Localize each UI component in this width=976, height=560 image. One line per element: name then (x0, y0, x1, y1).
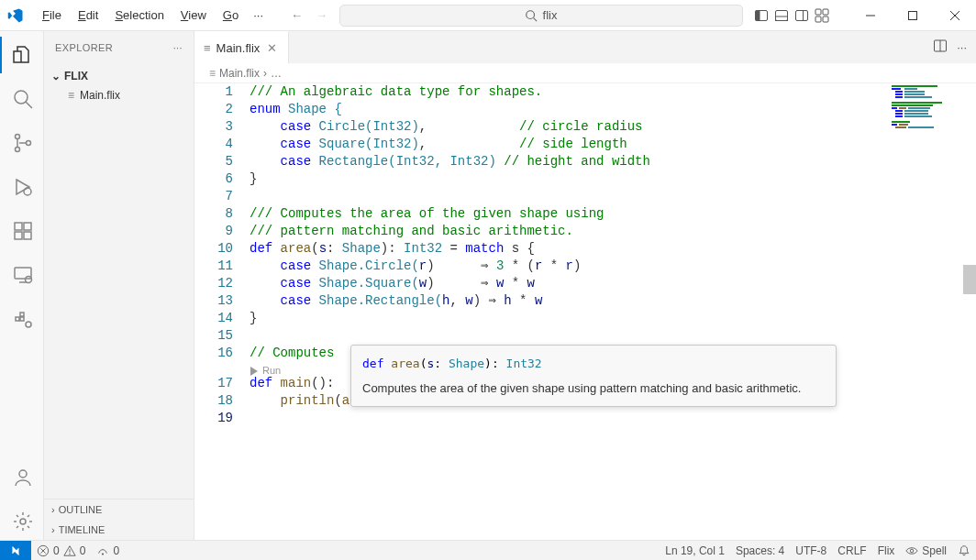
activity-run-debug[interactable] (0, 169, 44, 205)
activity-source-control[interactable] (0, 125, 44, 161)
status-encoding[interactable]: UTF-8 (790, 544, 832, 557)
svg-point-16 (15, 91, 28, 104)
timeline-label: TIMELINE (59, 524, 105, 535)
svg-rect-29 (20, 317, 24, 321)
activity-settings[interactable] (0, 503, 44, 540)
svg-point-0 (526, 10, 534, 18)
svg-point-27 (25, 277, 31, 283)
svg-rect-4 (776, 10, 788, 20)
file-tree-item[interactable]: ≡ Main.flix (44, 87, 194, 104)
status-lncol[interactable]: Ln 19, Col 1 (660, 544, 730, 557)
codelens-run-label: Run (262, 362, 281, 379)
svg-rect-11 (823, 16, 828, 22)
file-icon: ≡ (209, 67, 216, 80)
menu-go[interactable]: GoGo (216, 5, 246, 26)
command-center-search[interactable]: flix (339, 5, 743, 27)
file-icon: ≡ (204, 41, 211, 55)
hover-signature: def area(s: Shape): Int32 (362, 355, 825, 372)
status-eol[interactable]: CRLF (832, 544, 871, 557)
tab-label: Main.flix (216, 41, 261, 55)
menu-file[interactable]: FFileile (35, 5, 69, 26)
svg-point-32 (19, 470, 27, 478)
explorer-more-icon[interactable]: ··· (173, 42, 183, 53)
svg-point-21 (24, 188, 31, 195)
folder-root-label: FLIX (64, 70, 88, 82)
activity-search[interactable] (0, 81, 44, 117)
menu-selection[interactable]: SelectionSelection (107, 5, 171, 26)
svg-point-18 (15, 135, 19, 139)
breadcrumb-more: … (271, 67, 282, 80)
code-content[interactable]: /// An algebraic data type for shapes. e… (250, 83, 976, 540)
window-controls (849, 0, 976, 31)
status-ports[interactable]: 0 (91, 541, 125, 560)
activity-extensions[interactable] (0, 213, 44, 249)
codelens-run[interactable]: Run (250, 362, 281, 379)
activity-explorer[interactable] (0, 37, 44, 73)
window-maximize[interactable] (892, 0, 934, 31)
breadcrumb-sep: › (263, 67, 267, 80)
chevron-down-icon: ⌄ (51, 70, 61, 82)
activity-remote-explorer[interactable] (0, 257, 44, 293)
hover-doc: Computes the area of the given shape usi… (362, 379, 825, 397)
svg-rect-13 (909, 11, 917, 19)
status-problems[interactable]: 0 0 (31, 541, 91, 560)
status-errors-count: 0 (53, 544, 60, 557)
status-spell[interactable]: Spell (900, 544, 952, 557)
nav-forward-icon[interactable]: → (316, 8, 327, 22)
editor-tab[interactable]: ≡ Main.flix ✕ (194, 31, 289, 63)
customize-layout-icon[interactable] (815, 8, 829, 23)
svg-rect-22 (15, 223, 22, 230)
svg-rect-25 (24, 223, 31, 230)
window-minimize[interactable] (849, 0, 892, 31)
svg-rect-10 (815, 16, 821, 22)
timeline-section[interactable]: › TIMELINE (44, 520, 194, 540)
nav-back-icon[interactable]: ← (291, 8, 303, 22)
history-nav: ← → (291, 8, 327, 22)
play-icon (250, 367, 259, 376)
svg-point-31 (26, 322, 31, 327)
breadcrumb-file: Main.flix (219, 67, 260, 80)
toggle-primary-sidebar-icon[interactable] (754, 8, 769, 23)
tab-close-icon[interactable]: ✕ (265, 39, 279, 57)
status-bar: 0 0 0 Ln 19, Col 1 Spaces: 4 UTF-8 CRLF … (0, 540, 976, 560)
text-editor[interactable]: 12345678910111213141516 171819 /// An al… (194, 83, 976, 540)
title-bar: FFileile EditEdit SelectionSelection Vie… (0, 0, 976, 31)
status-spaces[interactable]: Spaces: 4 (730, 544, 790, 557)
line-gutter: 12345678910111213141516 171819 (194, 83, 250, 540)
status-notifications[interactable] (952, 544, 976, 557)
toggle-panel-icon[interactable] (774, 8, 789, 23)
editor-more-icon[interactable]: ··· (957, 40, 967, 54)
activity-accounts[interactable] (0, 459, 44, 496)
svg-line-17 (26, 102, 32, 108)
activity-bar (0, 31, 44, 540)
file-name: Main.flix (80, 89, 120, 102)
window-close[interactable] (934, 0, 976, 31)
menu-overflow[interactable]: ··· (248, 5, 269, 26)
search-icon (525, 9, 538, 22)
split-editor-icon[interactable] (933, 38, 948, 56)
status-ports-count: 0 (113, 544, 119, 557)
toggle-secondary-sidebar-icon[interactable] (794, 8, 809, 23)
activity-docker[interactable] (0, 301, 44, 337)
outline-section[interactable]: › OUTLINE (44, 500, 194, 520)
menu-view[interactable]: ViewView (173, 5, 214, 26)
svg-point-66 (102, 553, 104, 555)
svg-rect-28 (16, 317, 19, 321)
layout-controls (754, 8, 829, 23)
remote-indicator[interactable] (0, 541, 31, 560)
breadcrumbs[interactable]: ≡ Main.flix › … (194, 63, 976, 83)
menu-bar: FFileile EditEdit SelectionSelection Vie… (31, 5, 269, 26)
status-language[interactable]: Flix (872, 544, 901, 557)
svg-point-65 (69, 553, 70, 554)
scrollbar-thumb[interactable] (963, 265, 976, 294)
menu-edit[interactable]: EditEdit (71, 5, 105, 26)
bell-icon (958, 544, 970, 557)
svg-rect-9 (823, 9, 828, 15)
folder-root[interactable]: ⌄ FLIX (44, 67, 194, 85)
editor-scrollbar[interactable] (963, 83, 976, 540)
eye-icon (905, 544, 918, 557)
svg-rect-6 (796, 10, 808, 20)
explorer-title: EXPLORER (55, 42, 113, 53)
svg-point-19 (15, 148, 19, 152)
svg-rect-30 (20, 313, 24, 316)
